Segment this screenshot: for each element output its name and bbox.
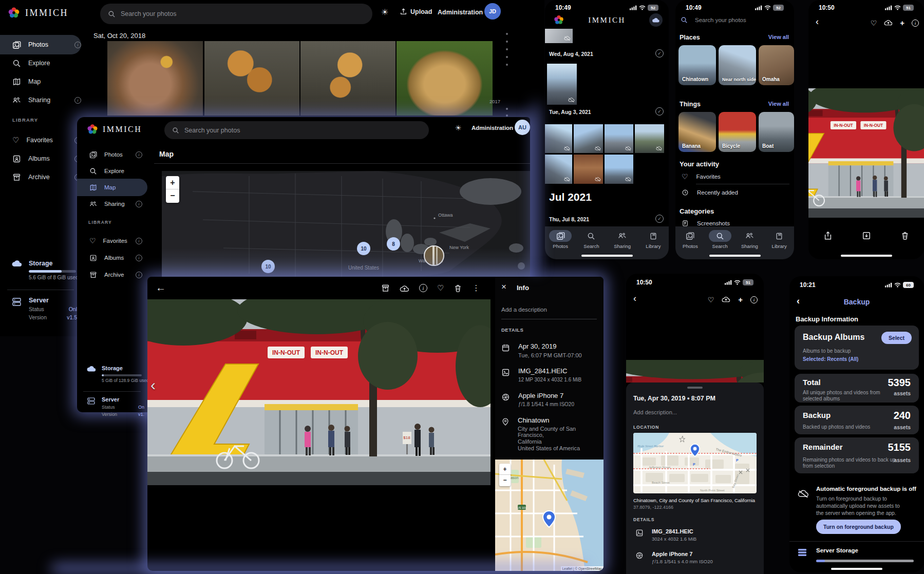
- sidebar-item-archive[interactable]: Archivei: [77, 266, 147, 283]
- sidebar-item-map[interactable]: Map: [0, 72, 81, 91]
- place-card[interactable]: Omaha: [759, 45, 794, 85]
- back-arrow-icon[interactable]: ←: [156, 282, 166, 294]
- add-icon[interactable]: +: [900, 18, 904, 27]
- nav-library[interactable]: Library: [640, 230, 667, 249]
- zoom-out-button[interactable]: −: [166, 189, 179, 202]
- info-icon[interactable]: i: [912, 20, 919, 27]
- info-icon[interactable]: i: [750, 296, 758, 303]
- nav-sharing[interactable]: Sharing: [609, 230, 636, 249]
- photo-thumbnail[interactable]: [574, 155, 603, 184]
- nav-photos[interactable]: Photos: [547, 230, 574, 249]
- location-map[interactable]: PP Hyde Street Harbor The Embarcadero Je…: [633, 433, 757, 493]
- photo-viewer[interactable]: ‹: [147, 299, 491, 485]
- user-avatar[interactable]: JD: [484, 3, 501, 20]
- zoom-in-button[interactable]: +: [166, 176, 179, 189]
- photo-thumbnail[interactable]: [300, 41, 395, 116]
- sidebar-item-favorites[interactable]: ♡Favoritesi: [0, 130, 81, 150]
- favorite-icon[interactable]: ♡: [708, 296, 714, 304]
- favorite-icon[interactable]: ♡: [871, 19, 877, 27]
- select-all-icon[interactable]: ✓: [655, 215, 664, 223]
- back-chevron-icon[interactable]: ‹: [633, 293, 636, 304]
- places-view-all[interactable]: View all: [768, 34, 789, 40]
- place-card[interactable]: Near north side: [719, 45, 756, 85]
- home-indicator[interactable]: [831, 568, 882, 570]
- description-input[interactable]: Add a description: [501, 307, 547, 313]
- photo-viewer[interactable]: [808, 88, 924, 218]
- location-map[interactable]: US 101 Fort Mason + − Leaflet | © OpenSt…: [495, 460, 604, 571]
- sidebar-item-sharing[interactable]: Sharingi: [0, 90, 81, 110]
- select-all-icon[interactable]: ✓: [655, 107, 664, 116]
- world-map[interactable]: Ottawa Washington United States New York…: [162, 171, 530, 294]
- things-view-all[interactable]: View all: [768, 101, 789, 107]
- sidebar-item-explore[interactable]: Explore: [77, 162, 147, 180]
- upload-cloud-icon[interactable]: [884, 20, 893, 26]
- photo-edge-strip[interactable]: [626, 360, 764, 382]
- nav-photos[interactable]: Photos: [677, 230, 704, 249]
- app-logo[interactable]: IMMICH: [86, 123, 142, 136]
- profile-avatar[interactable]: [649, 13, 663, 27]
- map-zoom-control[interactable]: + −: [166, 176, 179, 203]
- trash-icon[interactable]: [454, 284, 462, 293]
- sidebar-item-explore[interactable]: Explore: [0, 53, 81, 73]
- photo-thumbnail[interactable]: [605, 124, 633, 153]
- sidebar-item-map[interactable]: Map: [77, 179, 147, 196]
- select-button[interactable]: Select: [881, 332, 912, 344]
- thing-card[interactable]: Banana: [678, 112, 716, 152]
- sidebar-item-albums[interactable]: Albumsi: [77, 249, 147, 266]
- photo-thumbnail[interactable]: [605, 155, 633, 184]
- share-icon[interactable]: [823, 231, 833, 240]
- favorite-icon[interactable]: ♡: [437, 284, 444, 293]
- upload-cloud-icon[interactable]: [722, 296, 730, 303]
- activity-favorites[interactable]: ♡Favorites: [682, 173, 721, 181]
- theme-toggle-icon[interactable]: ☀: [381, 7, 388, 17]
- detail-location-row[interactable]: Chinatown City and County of San Francis…: [501, 416, 599, 451]
- nav-sharing[interactable]: Sharing: [736, 230, 763, 249]
- zoom-in-button[interactable]: +: [499, 464, 511, 475]
- close-icon[interactable]: ×: [501, 282, 506, 292]
- download-cloud-icon[interactable]: [400, 285, 409, 293]
- sidebar-item-sharing[interactable]: Sharingi: [77, 195, 147, 213]
- sidebar-item-albums[interactable]: Albumsi: [0, 149, 81, 168]
- theme-toggle-icon[interactable]: ☀: [455, 124, 462, 132]
- search-input[interactable]: Search your photos: [100, 4, 372, 24]
- photo-thumbnail[interactable]: [635, 124, 664, 153]
- app-logo[interactable]: IMMICH: [7, 6, 68, 20]
- photo-thumbnail[interactable]: [107, 41, 203, 116]
- home-indicator[interactable]: [841, 255, 892, 257]
- nav-search[interactable]: Search: [578, 230, 605, 249]
- photo-thumbnail[interactable]: [204, 41, 299, 116]
- user-avatar[interactable]: AU: [515, 120, 530, 135]
- photo-thumbnail[interactable]: [545, 155, 572, 184]
- sidebar-item-photos[interactable]: Photosi: [77, 146, 147, 163]
- map-zoom-control[interactable]: + −: [499, 464, 511, 486]
- home-indicator[interactable]: [709, 255, 761, 257]
- category-screenshots[interactable]: Screenshots: [682, 220, 730, 227]
- more-options-icon[interactable]: ⋮: [472, 284, 480, 293]
- turn-on-foreground-backup-button[interactable]: Turn on foreground backup: [816, 520, 901, 534]
- photo-thumbnail[interactable]: [545, 124, 572, 153]
- photo-thumbnail[interactable]: [397, 41, 493, 116]
- activity-recently-added[interactable]: Recently added: [682, 189, 738, 196]
- select-all-icon[interactable]: ✓: [655, 49, 664, 58]
- nav-library[interactable]: Library: [766, 230, 793, 249]
- search-input[interactable]: Search your photos: [681, 16, 746, 24]
- photo-thumbnail[interactable]: [545, 29, 573, 43]
- sidebar-item-photos[interactable]: Photosi: [0, 35, 81, 54]
- add-icon[interactable]: +: [738, 295, 743, 304]
- thing-card[interactable]: Bicycle: [719, 112, 756, 152]
- info-icon[interactable]: i: [419, 284, 427, 292]
- sidebar-item-favorites[interactable]: ♡Favoritesi: [77, 232, 147, 250]
- previous-asset-chevron[interactable]: ‹: [150, 376, 156, 394]
- sidebar-item-archive[interactable]: Archivei: [0, 167, 81, 187]
- place-card[interactable]: Chinatown: [678, 45, 716, 85]
- photo-thumbnail[interactable]: [574, 124, 603, 153]
- administration-link[interactable]: Administration: [438, 9, 483, 16]
- administration-link[interactable]: Administration: [472, 125, 513, 131]
- trash-icon[interactable]: [900, 231, 910, 240]
- location-value[interactable]: Chinatown, City and County of San Franci…: [633, 498, 755, 503]
- archive-icon[interactable]: [381, 284, 390, 293]
- sheet-drag-handle[interactable]: [687, 387, 703, 389]
- photo-thumbnail[interactable]: [547, 64, 577, 105]
- search-input[interactable]: Search your photos: [164, 121, 429, 139]
- save-to-device-icon[interactable]: [862, 231, 871, 240]
